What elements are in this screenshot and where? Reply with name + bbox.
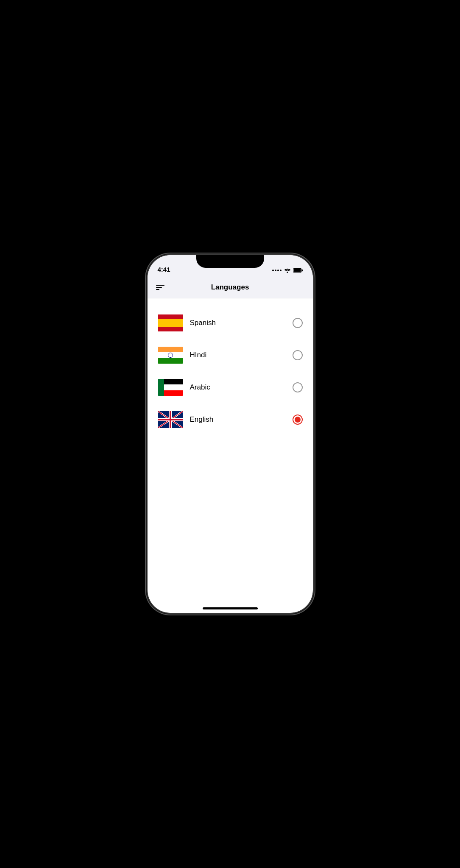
radio-hindi[interactable] (293, 350, 303, 360)
status-icons (272, 268, 303, 273)
language-name-spanish: Spanish (190, 319, 286, 327)
svg-rect-3 (294, 269, 301, 272)
wifi-icon (284, 268, 291, 273)
notch (196, 255, 264, 268)
radio-english[interactable] (293, 415, 303, 425)
language-item-spanish[interactable]: Spanish (158, 307, 303, 339)
language-name-hindi: HIndi (190, 351, 286, 359)
sort-icon[interactable] (156, 285, 164, 290)
phone-frame: 4:41 (148, 255, 313, 613)
language-name-arabic: Arabic (190, 383, 286, 392)
page-header: Languages (148, 276, 313, 298)
battery-icon (293, 268, 303, 273)
flag-spain (158, 314, 183, 331)
svg-rect-2 (301, 270, 302, 272)
language-content: Spanish HIndi Arabic (148, 298, 313, 444)
language-item-english[interactable]: English (158, 403, 303, 436)
radio-spanish[interactable] (293, 318, 303, 328)
phone-screen: 4:41 (148, 255, 313, 613)
language-item-arabic[interactable]: Arabic (158, 371, 303, 403)
signal-icon (272, 270, 282, 271)
radio-arabic[interactable] (293, 382, 303, 392)
language-name-english: English (190, 415, 286, 424)
status-time: 4:41 (158, 266, 170, 273)
svg-point-0 (287, 272, 288, 273)
language-list: Spanish HIndi Arabic (158, 307, 303, 436)
home-indicator[interactable] (203, 607, 258, 609)
flag-india (158, 347, 183, 364)
page-title: Languages (211, 283, 249, 292)
flag-uk (158, 411, 183, 428)
language-item-hindi[interactable]: HIndi (158, 339, 303, 371)
flag-uae (158, 379, 183, 396)
